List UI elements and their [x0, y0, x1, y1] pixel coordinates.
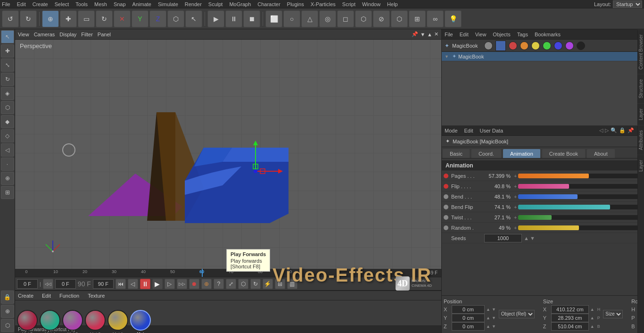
- vp-menu-panel[interactable]: Panel: [98, 32, 111, 37]
- end-frame-input[interactable]: [93, 279, 114, 289]
- menu-file[interactable]: File: [2, 1, 10, 7]
- menu-mograph[interactable]: MoGraph: [229, 1, 251, 7]
- tool-snap[interactable]: ⊞: [1, 186, 14, 199]
- tool-model[interactable]: ◈: [1, 87, 14, 100]
- z-btn[interactable]: Z: [149, 10, 166, 27]
- color-dot-7[interactable]: [565, 42, 574, 50]
- menu-script[interactable]: Script: [342, 1, 355, 7]
- help-btn[interactable]: ?: [214, 279, 224, 289]
- box-btn[interactable]: ▭: [78, 10, 95, 27]
- pos-y-input[interactable]: [452, 314, 485, 322]
- size-x-input[interactable]: [551, 305, 589, 314]
- mat-create[interactable]: Create: [18, 293, 33, 299]
- color-dot-1[interactable]: [495, 41, 506, 51]
- tool-lock[interactable]: 🔒: [1, 291, 14, 304]
- vp-icon-close[interactable]: ✕: [434, 31, 438, 37]
- tool-axis[interactable]: ⊕: [1, 172, 14, 185]
- mat-texture[interactable]: Texture: [88, 293, 105, 299]
- rm-objects[interactable]: Objects: [493, 32, 510, 37]
- menu-edit[interactable]: Edit: [17, 1, 26, 7]
- menu-xparticles[interactable]: X-Particles: [311, 1, 336, 7]
- play-fwd-btn[interactable]: ▶: [152, 279, 163, 289]
- menu-snap[interactable]: Snap: [114, 1, 126, 7]
- tool-coord[interactable]: ⊕: [1, 305, 14, 318]
- tool-misc[interactable]: ⬡: [1, 319, 14, 332]
- tool-pt[interactable]: ·: [1, 158, 14, 171]
- grid2-btn[interactable]: ⊞: [275, 279, 285, 289]
- size-z-up[interactable]: ▲: [590, 324, 594, 329]
- bar-twist[interactable]: [518, 215, 642, 220]
- tool-move[interactable]: ✚: [1, 44, 14, 58]
- step-back-btn[interactable]: ◁: [128, 279, 138, 289]
- loop-btn[interactable]: ↻: [250, 279, 261, 289]
- record-btn[interactable]: ⏺: [189, 279, 199, 289]
- cube-btn[interactable]: ⬜: [265, 10, 282, 27]
- pos-z-down[interactable]: ▼: [492, 324, 496, 329]
- power-btn[interactable]: ⚡: [263, 279, 273, 289]
- attr-icon-back[interactable]: ◁: [599, 127, 603, 133]
- step-fwd-btn[interactable]: ▷: [165, 279, 175, 289]
- motion-btn[interactable]: ⤢: [226, 279, 236, 289]
- color-dot-3[interactable]: [520, 42, 528, 50]
- frame-end-btn[interactable]: ▷▷: [177, 279, 187, 289]
- pos-x-down[interactable]: ▼: [492, 307, 496, 312]
- color-dot-5[interactable]: [543, 42, 551, 50]
- attr-icon-pin[interactable]: 📌: [627, 127, 634, 133]
- color-dot-0[interactable]: [484, 42, 493, 50]
- field-btn[interactable]: ⬡: [391, 10, 408, 27]
- pause-play-btn[interactable]: ⏸: [140, 279, 150, 289]
- size-mode-select[interactable]: Size: [603, 310, 623, 318]
- menu-mesh[interactable]: Mesh: [94, 1, 107, 7]
- mat-4-ball[interactable]: [40, 310, 60, 331]
- undo-btn[interactable]: ↺: [2, 10, 19, 27]
- sphere-btn[interactable]: ○: [283, 10, 300, 27]
- vtab-layer2[interactable]: Layer: [637, 155, 644, 176]
- playhead[interactable]: [202, 269, 203, 277]
- bar-bendflip[interactable]: [518, 205, 642, 209]
- pos-y-down[interactable]: ▼: [492, 316, 496, 320]
- plus-random[interactable]: +: [514, 225, 517, 231]
- mat-1-ball[interactable]: [107, 310, 128, 331]
- tool-scale[interactable]: ⤡: [1, 58, 14, 72]
- vp-menu-display[interactable]: Display: [59, 32, 76, 37]
- hex-btn[interactable]: ⬡: [355, 10, 372, 27]
- mat-function[interactable]: Function: [59, 293, 79, 299]
- vtab-layer[interactable]: Layer: [637, 103, 644, 125]
- menu-simulate[interactable]: Simulate: [158, 1, 178, 7]
- tab-coord[interactable]: Coord.: [471, 149, 501, 158]
- grid-btn[interactable]: ⊞: [409, 10, 426, 27]
- menu-tools[interactable]: Tools: [75, 1, 88, 7]
- plus-twist[interactable]: +: [514, 215, 517, 220]
- vp-menu-view[interactable]: View: [18, 32, 29, 37]
- size-y-input[interactable]: [551, 314, 589, 322]
- cone-btn[interactable]: △: [301, 10, 318, 27]
- size-x-up[interactable]: ▲: [590, 307, 594, 312]
- coord-mode-select[interactable]: Object (Rel): [499, 310, 535, 318]
- tool-brush[interactable]: ◆: [1, 115, 14, 128]
- bar-flip[interactable]: [518, 184, 642, 189]
- mat-5-ball[interactable]: [17, 310, 38, 331]
- viewport-canvas[interactable]: Perspective: [15, 40, 441, 269]
- pos-z-up[interactable]: ▲: [486, 324, 490, 329]
- attr-icon-lock[interactable]: 🔒: [619, 127, 626, 133]
- bar-random[interactable]: [518, 225, 642, 230]
- rm-tags[interactable]: Tags: [517, 32, 528, 37]
- vtab-attributes[interactable]: Attributes: [637, 125, 644, 155]
- auto-key-btn[interactable]: ⊕: [201, 279, 212, 289]
- tab-basic[interactable]: Basic: [443, 149, 470, 158]
- tool-texture[interactable]: ⬡: [1, 101, 14, 114]
- size-y-up[interactable]: ▲: [590, 316, 594, 320]
- rm-file[interactable]: File: [445, 32, 453, 37]
- attr-icon-search[interactable]: 🔍: [611, 127, 617, 133]
- vp-icon-down[interactable]: ▼: [420, 32, 425, 37]
- vp-menu-cameras[interactable]: Cameras: [34, 32, 55, 37]
- vp-icon-up[interactable]: ▲: [427, 32, 432, 37]
- pos-x-input[interactable]: [452, 305, 485, 314]
- obj-btn[interactable]: ⬡: [167, 10, 184, 27]
- light-btn[interactable]: 💡: [445, 10, 462, 27]
- current-frame-input[interactable]: [17, 279, 38, 289]
- plus-bendflip[interactable]: +: [514, 204, 517, 210]
- pos-x-up[interactable]: ▲: [486, 307, 490, 312]
- menu-sculpt[interactable]: Sculpt: [208, 1, 223, 7]
- pause-btn[interactable]: ⏸: [225, 10, 242, 27]
